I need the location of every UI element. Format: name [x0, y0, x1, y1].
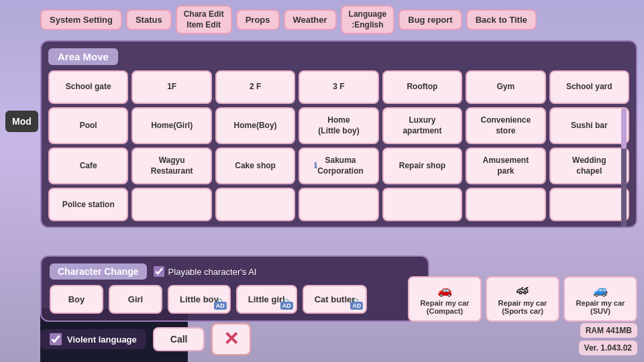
status-button[interactable]: Status — [126, 9, 172, 30]
little-girl-ad-badge: AD — [280, 302, 293, 310]
ai-checkbox[interactable] — [154, 266, 164, 277]
repair-suv-button[interactable]: 🚙 Repair my car(SUV) — [564, 276, 637, 322]
little-boy-ad-badge: AD — [214, 302, 227, 310]
area-empty-5 — [466, 188, 545, 221]
repair-compact-label: Repair my car(Compact) — [416, 299, 474, 315]
ai-label: Playable character's AI — [168, 267, 257, 277]
repair-panel: 🚗 Repair my car(Compact) 🏎 Repair my car… — [408, 276, 637, 322]
char-boy-button[interactable]: Boy — [50, 285, 103, 314]
area-empty-4 — [382, 188, 462, 221]
ram-info: RAM 441MB — [580, 323, 637, 338]
cat-butler-ad-badge: AD — [350, 302, 363, 310]
area-empty-3 — [299, 188, 378, 221]
mod-badge: Mod — [5, 111, 38, 132]
area-move-panel: Area Move School gate 1F 2 F 3 F Rooftop… — [40, 40, 637, 228]
props-button[interactable]: Props — [236, 9, 280, 30]
violent-language-label: Violent language — [67, 335, 137, 345]
repair-sports-icon: 🏎 — [494, 284, 551, 298]
bug-report-button[interactable]: Bug report — [398, 9, 462, 30]
repair-sports-label: Repair my car(Sports car) — [494, 299, 551, 315]
system-setting-button[interactable]: System Setting — [40, 9, 122, 30]
chara-edit-button[interactable]: Chara Edit Item Edit — [176, 5, 232, 34]
area-1f[interactable]: 1F — [131, 70, 211, 104]
back-to-title-button[interactable]: Back to Title — [466, 9, 537, 30]
repair-suv-label: Repair my car(SUV) — [572, 299, 629, 315]
area-convenience-store[interactable]: Conveniencestore — [466, 107, 545, 144]
area-luxury-apt[interactable]: Luxuryapartment — [382, 107, 462, 144]
violent-checkbox[interactable] — [50, 333, 62, 345]
close-button[interactable]: ✕ — [211, 323, 251, 355]
area-home-boy[interactable]: Home(Boy) — [215, 107, 295, 144]
area-pool[interactable]: Pool — [48, 107, 128, 144]
area-police-station[interactable]: Police station — [48, 188, 128, 221]
area-grid: School gate 1F 2 F 3 F Rooftop Gym Schoo… — [48, 70, 629, 221]
area-home-girl[interactable]: Home(Girl) — [131, 107, 211, 144]
character-change-panel: Character Change Playable character's AI… — [40, 255, 429, 322]
area-cafe[interactable]: Cafe — [48, 147, 128, 184]
area-2f[interactable]: 2 F — [215, 70, 295, 104]
area-sushi-bar[interactable]: Sushi bar — [549, 107, 629, 144]
area-school-gate[interactable]: School gate — [48, 70, 128, 104]
area-empty-2 — [215, 188, 295, 221]
violent-language-area: Violent language — [40, 329, 146, 349]
char-panel-header: Character Change Playable character's AI — [50, 263, 420, 280]
area-home-little-boy[interactable]: Home(Little boy) — [299, 107, 378, 144]
char-little-boy-button[interactable]: Little boy 🔒 AD — [168, 285, 231, 314]
area-repair-shop[interactable]: Repair shop — [382, 147, 462, 184]
area-cake-shop[interactable]: Cake shop — [215, 147, 295, 184]
area-amusement-park[interactable]: Amusementpark — [466, 147, 545, 184]
area-gym[interactable]: Gym — [466, 70, 545, 104]
version-info: Ver. 1.043.02 — [579, 341, 637, 355]
scrollbar[interactable] — [621, 109, 627, 228]
area-sakuma[interactable]: SakumaCorporation — [299, 147, 378, 184]
repair-compact-icon: 🚗 — [416, 283, 474, 298]
repair-suv-icon: 🚙 — [572, 283, 629, 298]
repair-sports-button[interactable]: 🏎 Repair my car(Sports car) — [486, 276, 559, 322]
char-girl-button[interactable]: Girl — [109, 285, 162, 314]
toolbar: System Setting Status Chara Edit Item Ed… — [40, 5, 637, 34]
char-little-girl-button[interactable]: Little girl 🔒 AD — [236, 285, 297, 314]
repair-compact-button[interactable]: 🚗 Repair my car(Compact) — [408, 276, 482, 322]
action-row: Violent language Call ✕ — [40, 323, 637, 355]
weather-button[interactable]: Weather — [284, 9, 337, 30]
character-buttons: Boy Girl Little boy 🔒 AD Little girl 🔒 A… — [50, 285, 420, 314]
call-button[interactable]: Call — [153, 327, 205, 351]
area-wedding-chapel[interactable]: Weddingchapel — [549, 147, 629, 184]
scroll-thumb[interactable] — [621, 109, 627, 149]
area-rooftop[interactable]: Rooftop — [382, 70, 462, 104]
area-move-title: Area Move — [48, 48, 118, 65]
ai-checkbox-area: Playable character's AI — [154, 266, 257, 277]
area-school-yard[interactable]: School yard — [549, 70, 629, 104]
language-button[interactable]: Language :English — [341, 5, 395, 34]
area-3f[interactable]: 3 F — [299, 70, 378, 104]
area-empty-6 — [549, 188, 629, 221]
char-cat-butler-button[interactable]: Cat butler 🔒 AD — [303, 285, 368, 314]
area-wagyu[interactable]: WagyuRestaurant — [131, 147, 211, 184]
area-empty-1 — [131, 188, 211, 221]
character-change-title: Character Change — [50, 263, 147, 280]
